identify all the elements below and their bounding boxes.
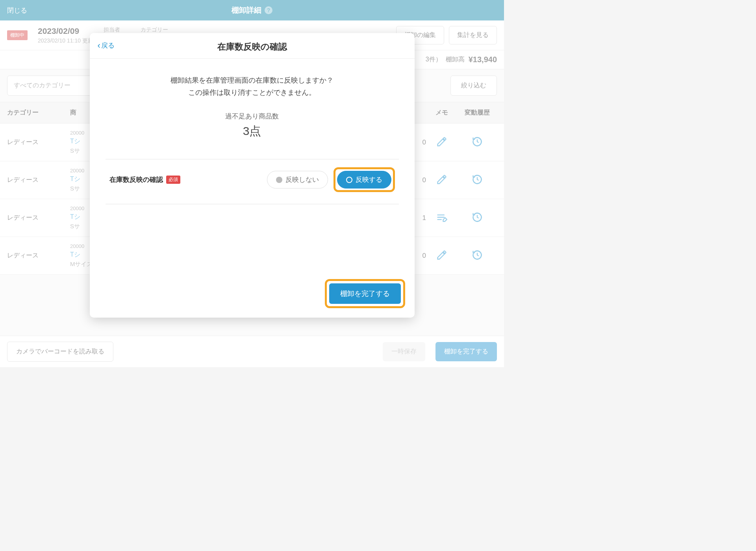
shortage-count: 3点 xyxy=(109,123,395,139)
confirm-row: 在庫数反映の確認 必須 反映しない 反映する xyxy=(106,159,399,204)
highlight-complete-button: 棚卸を完了する xyxy=(325,279,405,308)
highlight-reflect-yes: 反映する xyxy=(334,167,395,192)
reflect-yes-option[interactable]: 反映する xyxy=(337,171,391,189)
modal-header: ‹ 戻る 在庫数反映の確認 xyxy=(90,33,415,59)
reflect-no-label: 反映しない xyxy=(285,175,319,184)
reflect-confirm-modal: ‹ 戻る 在庫数反映の確認 棚卸結果を在庫管理画面の在庫数に反映しますか？ この… xyxy=(90,33,415,318)
required-badge: 必須 xyxy=(166,176,180,184)
back-button[interactable]: ‹ 戻る xyxy=(98,41,115,50)
reflect-yes-label: 反映する xyxy=(356,175,382,184)
chevron-left-icon: ‹ xyxy=(98,41,100,50)
radio-off-icon xyxy=(276,177,282,183)
modal-overlay: ‹ 戻る 在庫数反映の確認 棚卸結果を在庫管理画面の在庫数に反映しますか？ この… xyxy=(0,0,504,367)
modal-title: 在庫数反映の確認 xyxy=(99,41,405,53)
modal-question-1: 棚卸結果を在庫管理画面の在庫数に反映しますか？ xyxy=(109,74,395,87)
modal-complete-button[interactable]: 棚卸を完了する xyxy=(329,283,401,304)
modal-body: 棚卸結果を在庫管理画面の在庫数に反映しますか？ この操作は取り消すことができませ… xyxy=(90,59,415,147)
shortage-label: 過不足あり商品数 xyxy=(109,112,395,121)
reflect-toggle-group: 反映しない 反映する xyxy=(267,167,395,192)
radio-on-icon xyxy=(346,177,352,183)
confirm-label: 在庫数反映の確認 xyxy=(109,175,163,184)
modal-footer: 棚卸を完了する xyxy=(90,271,415,318)
modal-question-2: この操作は取り消すことができません。 xyxy=(109,87,395,99)
modal-spacer xyxy=(90,204,415,271)
back-label: 戻る xyxy=(101,41,115,50)
reflect-no-option[interactable]: 反映しない xyxy=(267,171,328,189)
